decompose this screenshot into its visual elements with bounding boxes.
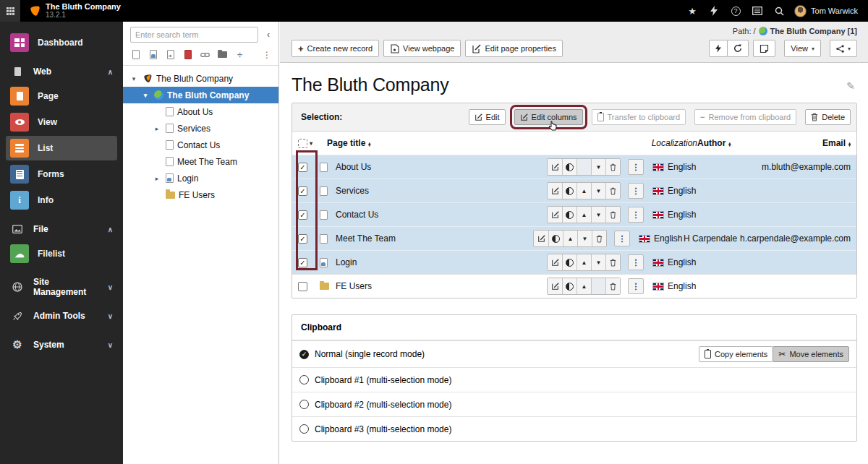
sidebar-group-system[interactable]: ⚙ System ∨ <box>6 334 117 356</box>
tree-item-contact-us[interactable]: Contact Us <box>123 137 278 153</box>
edit-columns-button[interactable]: Edit columns <box>514 109 583 125</box>
column-header-page-title[interactable]: Page title▴▾ <box>327 138 546 148</box>
tree-item-login[interactable]: ▸ Login <box>123 170 278 186</box>
move-elements-button[interactable]: ✂ Move elements <box>773 346 849 362</box>
view-webpage-button[interactable]: View webpage <box>383 40 461 57</box>
sidebar-item-forms[interactable]: Forms <box>6 162 117 186</box>
tree-item-site-root[interactable]: ▾ The Bluth Company <box>123 87 278 103</box>
sidebar-item-page[interactable]: Page <box>6 84 117 108</box>
row-checkbox[interactable]: ✓ <box>298 186 307 196</box>
clipboard-option-1[interactable]: Clipboard #1 (multi-selection mode) <box>292 367 856 392</box>
more-actions-icon[interactable]: ⋮ <box>628 183 644 199</box>
edit-record-icon[interactable] <box>548 278 562 294</box>
record-title[interactable]: Services <box>336 186 547 196</box>
delete-record-icon[interactable] <box>605 254 620 270</box>
brand[interactable]: The Bluth Company 13.2.1 <box>20 3 121 19</box>
move-up-icon[interactable]: ▲ <box>563 231 577 246</box>
record-title[interactable]: Contact Us <box>336 210 547 220</box>
select-all-checkbox[interactable] <box>298 139 307 148</box>
tree-search-input[interactable] <box>130 27 258 43</box>
row-checkbox[interactable]: ✓ <box>298 163 307 172</box>
edit-record-icon[interactable] <box>548 183 562 199</box>
hide-toggle-icon[interactable] <box>562 183 576 199</box>
row-checkbox[interactable] <box>298 282 307 291</box>
clipboard-option-3[interactable]: Clipboard #3 (multi-selection mode) <box>292 416 856 441</box>
clipboard-option-normal[interactable]: ✓ Normal (single record mode) Copy eleme… <box>292 340 856 367</box>
chevron-down-icon[interactable]: ▾ <box>129 75 139 82</box>
sidebar-item-dashboard[interactable]: Dashboard <box>6 30 117 55</box>
record-title[interactable]: About Us <box>336 162 547 172</box>
radio-icon[interactable] <box>299 400 309 409</box>
delete-record-icon[interactable] <box>605 207 620 223</box>
move-up-icon[interactable]: ▲ <box>576 183 591 199</box>
sidebar-group-web[interactable]: Web ∧ <box>6 61 117 82</box>
new-folder-icon[interactable] <box>217 49 228 60</box>
share-dropdown-button[interactable]: ▾ <box>830 40 857 57</box>
chevron-down-icon[interactable]: ▾ <box>140 92 150 99</box>
apps-grid-button[interactable] <box>0 0 20 22</box>
sidebar-item-info[interactable]: i Info <box>6 188 117 212</box>
new-document-button[interactable] <box>753 40 775 57</box>
tree-item-meet-the-team[interactable]: Meet The Team <box>123 153 278 170</box>
move-up-icon[interactable]: ▲ <box>576 278 591 294</box>
hide-toggle-icon[interactable] <box>562 207 576 223</box>
tree-more-icon[interactable]: ⋮ <box>263 50 271 60</box>
hide-toggle-icon[interactable] <box>562 278 576 294</box>
tree-item-services[interactable]: ▸ Services <box>123 120 278 137</box>
delete-button[interactable]: Delete <box>805 109 851 125</box>
view-dropdown-button[interactable]: View ▾ <box>784 40 821 57</box>
edit-selected-button[interactable]: Edit <box>469 109 506 125</box>
more-actions-icon[interactable]: ⋮ <box>628 278 644 294</box>
module-menu-icon[interactable] <box>748 1 767 20</box>
edit-record-icon[interactable] <box>548 254 562 270</box>
sidebar-group-file[interactable]: File ∧ <box>6 218 117 240</box>
sidebar-item-list[interactable]: List <box>6 136 117 160</box>
remove-from-clipboard-button[interactable]: − Remove from clipboard <box>694 109 796 125</box>
delete-record-icon[interactable] <box>605 183 620 199</box>
new-divider-icon[interactable]: ÷ <box>234 49 245 60</box>
move-up-icon[interactable]: ▲ <box>576 254 591 270</box>
sidebar-item-view[interactable]: View <box>6 110 117 134</box>
create-new-record-button[interactable]: + Create new record <box>292 40 379 57</box>
edit-record-icon[interactable] <box>548 207 562 223</box>
sidebar-group-admin-tools[interactable]: Admin Tools ∨ <box>6 305 117 327</box>
new-page-icon[interactable] <box>130 49 141 60</box>
delete-record-icon[interactable] <box>605 159 620 175</box>
hide-toggle-icon[interactable] <box>548 231 563 246</box>
radio-selected-icon[interactable]: ✓ <box>299 350 309 359</box>
move-down-icon[interactable]: ▼ <box>591 159 605 175</box>
new-shortcut-page-icon[interactable] <box>165 49 176 60</box>
user-menu[interactable]: Tom Warwick <box>791 5 861 17</box>
row-checkbox[interactable]: ✓ <box>298 258 307 267</box>
sidebar-item-filelist[interactable]: ☁ Filelist <box>6 241 117 266</box>
radio-icon[interactable] <box>299 424 309 434</box>
tree-item-about-us[interactable]: About Us <box>123 103 278 120</box>
edit-record-icon[interactable] <box>534 231 548 246</box>
chevron-right-icon[interactable]: ▸ <box>152 175 162 182</box>
row-checkbox[interactable]: ✓ <box>298 234 307 244</box>
tree-item-fe-users[interactable]: FE Users <box>123 186 278 203</box>
chevron-down-icon[interactable]: ▾ <box>310 140 312 147</box>
hide-toggle-icon[interactable] <box>562 159 576 175</box>
more-actions-icon[interactable]: ⋮ <box>628 207 644 223</box>
search-icon[interactable] <box>770 1 788 20</box>
delete-record-icon[interactable] <box>605 278 620 294</box>
copy-elements-button[interactable]: Copy elements <box>699 346 773 362</box>
sidebar-group-site-management[interactable]: Site Management ∨ <box>6 276 117 298</box>
edit-page-properties-button[interactable]: Edit page properties <box>465 40 562 57</box>
edit-title-pencil-icon[interactable]: ✎ <box>846 74 855 92</box>
clear-cache-bolt-icon[interactable] <box>705 1 723 20</box>
new-link-page-icon[interactable] <box>200 49 210 60</box>
move-down-icon[interactable]: ▼ <box>591 254 605 270</box>
new-page-user-icon[interactable] <box>148 49 158 60</box>
new-spacer-page-icon[interactable] <box>182 49 193 60</box>
bookmark-star-icon[interactable]: ★ <box>683 1 702 20</box>
radio-icon[interactable] <box>299 375 309 384</box>
collapse-tree-icon[interactable]: ‹ <box>263 30 274 40</box>
tree-item-root[interactable]: ▾ The Bluth Company <box>123 70 278 87</box>
clipboard-option-2[interactable]: Clipboard #2 (multi-selection mode) <box>292 392 856 416</box>
move-down-icon[interactable]: ▼ <box>591 183 605 199</box>
more-actions-icon[interactable]: ⋮ <box>628 254 644 270</box>
edit-record-icon[interactable] <box>548 159 562 175</box>
record-title[interactable]: Login <box>336 257 547 267</box>
